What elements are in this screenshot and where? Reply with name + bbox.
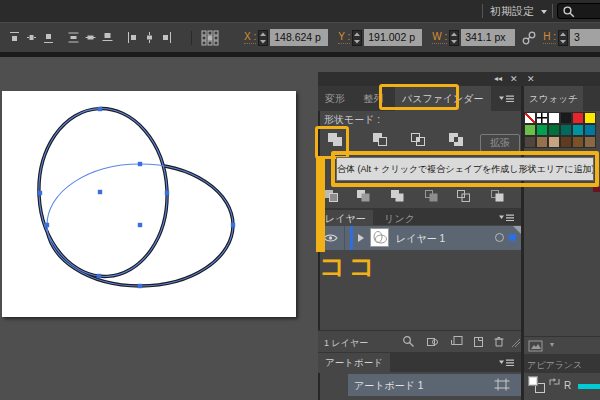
constrain-proportions-link-icon[interactable] [521,30,537,46]
panel-menu-icon[interactable] [499,94,515,103]
tab-align[interactable]: 整列 [356,86,390,111]
unite-button[interactable] [327,132,344,148]
fill-box[interactable] [528,376,538,386]
new-sublayer-icon[interactable] [450,335,463,348]
selection-indicator[interactable] [509,234,516,241]
layer-thumbnail[interactable] [370,228,389,247]
annotation-koko-label: ココ [319,249,378,284]
swatch[interactable] [524,112,536,124]
swatch[interactable] [524,124,536,136]
trim-button[interactable] [356,189,372,204]
swatch-partial[interactable] [593,187,600,192]
distribute-baseline-icon[interactable] [101,31,114,44]
y-label: Y : [338,31,350,44]
clipping-mask-icon[interactable] [426,335,439,348]
reference-point-grid-icon[interactable] [200,30,220,46]
w-stepper[interactable] [449,30,459,46]
layer-row[interactable]: レイヤー 1 [318,226,521,250]
shape-mode-label: 形状モード : [324,113,380,127]
swatch[interactable] [584,124,596,136]
eye-icon[interactable] [323,233,338,243]
anchor-point [138,284,142,288]
minus-back-button[interactable] [490,189,506,204]
distribute-space-icon[interactable] [67,31,80,44]
close-panel-icon[interactable]: ✕ [510,74,518,84]
crop-button[interactable] [424,189,440,204]
swatch[interactable] [548,112,560,124]
distribute-hcenter-icon[interactable] [84,31,97,44]
chevron-down-icon[interactable]: ▾ [550,340,554,349]
swatch[interactable] [524,136,536,148]
distribute-center-icon[interactable] [143,31,156,44]
distribute-bottom-icon[interactable] [42,31,55,44]
control-bar: X : 148.624 p Y : 191.002 p W : 341.1 px… [0,22,600,52]
x-input[interactable]: 148.624 p [270,29,328,46]
intersect-button[interactable] [410,132,427,148]
swatch[interactable] [548,136,560,148]
distribute-right-icon[interactable] [160,31,173,44]
disclosure-triangle-icon[interactable] [357,233,365,243]
delete-layer-icon[interactable] [492,335,505,348]
expand-button[interactable]: 拡張 [480,134,520,152]
tab-links[interactable]: リンク [377,210,422,227]
panel-menu-icon[interactable] [499,213,515,222]
swatch[interactable] [584,112,596,124]
workspace-label: 初期設定 [490,4,534,19]
h-stepper[interactable] [558,30,568,46]
target-circle-icon[interactable] [495,233,504,242]
artboard-row[interactable]: アートボード 1 [348,374,521,396]
y-input[interactable]: 191.002 p [364,29,422,46]
distribute-left-icon[interactable] [126,31,139,44]
separator [552,4,553,18]
canvas-area[interactable] [0,57,318,400]
divide-button[interactable] [324,189,340,204]
artboard-name[interactable]: アートボード 1 [354,379,423,393]
tab-transform[interactable]: 変形 [318,86,352,111]
resize-grip[interactable] [512,339,520,347]
minus-front-button[interactable] [372,132,389,148]
swatch[interactable] [548,124,560,136]
collapse-panels-icon[interactable]: ◂◂ [494,74,502,83]
illustrator-window: 初期設定 [0,0,600,400]
tab-swatches[interactable]: スウォッチ [524,86,583,111]
swatch[interactable] [572,136,584,148]
search-box[interactable] [557,3,600,19]
swatch[interactable] [572,112,584,124]
close-panel-icon[interactable]: ✕ [527,74,535,84]
tab-artboards[interactable]: アートボード [318,353,390,373]
merge-button[interactable] [390,189,406,204]
pathfinder-tabbar: 変形 整列 パスファインダー [318,86,521,111]
distribute-vcenter-icon[interactable] [25,31,38,44]
y-stepper[interactable] [352,30,362,46]
tab-pathfinder[interactable]: パスファインダー [395,86,491,111]
locate-object-icon[interactable] [402,335,415,348]
r-channel-bar[interactable] [578,384,600,389]
w-label: W : [432,31,447,44]
distribute-top-icon[interactable] [8,31,21,44]
swatch[interactable] [536,124,548,136]
artwork-ellipses[interactable] [0,57,318,400]
swatch-library-icon[interactable] [528,340,546,352]
layer-name[interactable]: レイヤー 1 [396,232,445,246]
swatch[interactable] [536,136,548,148]
panel-menu-icon[interactable] [499,358,515,367]
swatch[interactable] [560,124,572,136]
anchor-point [98,107,102,111]
application-bar: 初期設定 [0,0,600,22]
swatch[interactable] [572,124,584,136]
swatch[interactable] [560,112,572,124]
swatch[interactable] [584,136,596,148]
outline-button[interactable] [456,189,472,204]
swap-fill-stroke-icon[interactable] [548,376,561,388]
workspace-switcher[interactable]: 初期設定 [490,4,548,19]
artboard-icon[interactable] [494,378,510,391]
swatch[interactable] [560,136,572,148]
x-stepper[interactable] [258,30,268,46]
swatch[interactable] [536,112,548,124]
h-input[interactable]: 3 [570,29,600,46]
w-input[interactable]: 341.1 px [461,29,515,46]
layer-count: 1 レイヤー [324,337,368,350]
tab-layers[interactable]: レイヤー [318,210,373,227]
exclude-button[interactable] [448,132,465,148]
new-layer-icon[interactable] [472,335,485,348]
